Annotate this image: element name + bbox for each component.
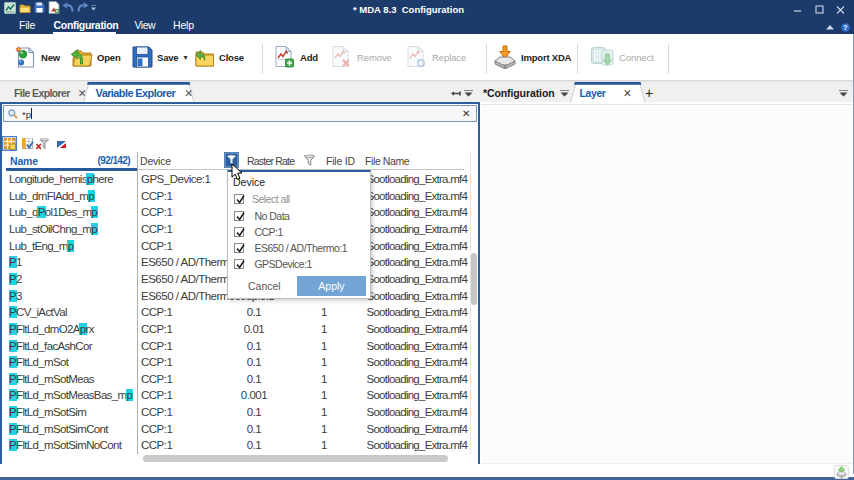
svg-text:?: ?: [843, 24, 847, 31]
